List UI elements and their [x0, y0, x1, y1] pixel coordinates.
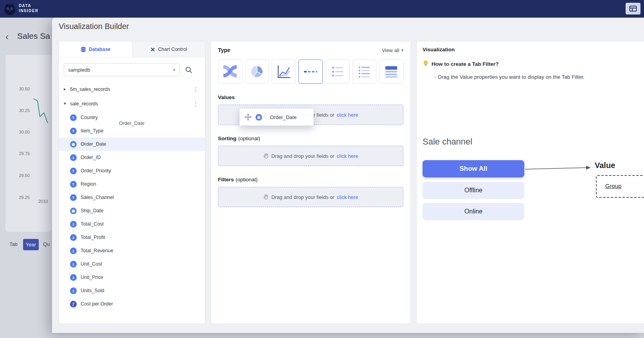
date-field-icon: ▦ — [70, 208, 77, 214]
field-row-order-priority[interactable]: T Order_Priority — [59, 164, 205, 177]
drag-ghost[interactable]: ▦ Order_Date — [239, 108, 314, 126]
field-label: Country — [81, 115, 98, 120]
tip-title: How to create a Tab Filter? — [432, 61, 499, 67]
field-label: Cost per Order — [81, 301, 113, 307]
visualization-title: Visualization — [423, 47, 455, 52]
chevron-down-icon: ▾ — [173, 67, 175, 72]
field-row-units-sold[interactable]: 1 Units_Sold — [59, 284, 205, 297]
sorting-dropzone[interactable]: Drag and drop your fields or click here — [218, 146, 403, 166]
view-all-label: View all — [382, 47, 399, 53]
chart-type-pie[interactable] — [245, 60, 269, 84]
chart-type-list[interactable] — [326, 60, 350, 84]
tree-label: 5m_sales_records — [70, 87, 110, 92]
number-field-icon: 1 — [70, 234, 77, 241]
sankey-chart-icon — [222, 64, 238, 80]
builder-panel: Type View all ▾ — [210, 41, 411, 324]
view-all-button[interactable]: View all ▾ — [382, 47, 403, 53]
field-row-total-cost[interactable]: 1 Total_Cost — [59, 217, 205, 231]
field-row-order-id[interactable]: 1 Order_ID — [59, 151, 205, 164]
click-here-link[interactable]: click here — [337, 194, 358, 200]
database-tree: ▸ 5m_sales_records ⋮ ▾ sale_records ⋮ T … — [59, 82, 205, 311]
date-field-icon: ▦ — [255, 114, 262, 121]
field-row-order-date[interactable]: ▦ Order_Date — [59, 137, 205, 151]
text-field-icon: T — [70, 194, 77, 201]
left-panel-tabbar: Database Chart Control — [59, 42, 205, 58]
chart-type-sankey[interactable] — [218, 60, 242, 84]
date-field-icon: ▦ — [70, 141, 77, 148]
field-label: Total_Revenue — [81, 248, 113, 253]
field-row-item-type[interactable]: T Item_Type — [59, 124, 205, 137]
wrench-icon — [150, 47, 155, 52]
drag-source-label: Order_Date — [119, 121, 144, 126]
filter-button-offline[interactable]: Offline — [423, 182, 524, 199]
click-here-link[interactable]: click here — [337, 112, 358, 118]
tab-database[interactable]: Database — [59, 42, 132, 57]
drag-ghost-label: Order_Date — [270, 114, 297, 120]
click-here-link[interactable]: click here — [337, 153, 358, 159]
chart-type-bullet-list[interactable] — [353, 60, 377, 84]
annotation-group-link[interactable]: Group — [605, 183, 622, 189]
line-chart-icon — [276, 64, 291, 80]
kebab-menu-icon[interactable]: ⋮ — [191, 86, 200, 93]
database-select[interactable]: sampledb ▾ — [64, 63, 180, 76]
database-select-value: sampledb — [68, 67, 90, 73]
field-label: Total_Cost — [81, 221, 104, 227]
app-topbar: DATA INSIDER — [0, 0, 644, 18]
optional-label: (optional) — [238, 136, 260, 141]
search-icon[interactable] — [185, 66, 192, 74]
text-field-icon: T — [70, 128, 77, 134]
chart-type-row — [218, 60, 403, 84]
field-label: Order_Priority — [81, 168, 111, 174]
field-row-total-revenue[interactable]: 1 Total_Revenue — [59, 244, 205, 257]
chevron-down-icon: ▾ — [401, 48, 403, 53]
drag-hand-icon — [263, 153, 269, 159]
preview-chart-title: Sale channel — [423, 137, 472, 147]
filters-section-title: Filters — [218, 177, 234, 183]
tree-item-sale-records[interactable]: ▾ sale_records ⋮ — [59, 96, 205, 111]
table-grid-icon — [629, 5, 637, 12]
field-row-cost-per-order[interactable]: ƒ Cost per Order — [59, 297, 205, 311]
tree-label: sale_records — [70, 101, 98, 107]
caret-down-icon[interactable]: ▾ — [64, 101, 70, 106]
field-label: Unit_Cost — [81, 261, 102, 267]
text-field-icon: T — [70, 114, 77, 121]
list-icon — [330, 64, 345, 80]
chart-type-line[interactable] — [272, 60, 296, 84]
sorting-section-title: Sorting — [218, 136, 236, 141]
annotation-arrow — [524, 162, 595, 173]
number-field-icon: 1 — [70, 287, 77, 294]
kebab-menu-icon[interactable]: ⋮ — [191, 100, 200, 107]
field-label: Units_Sold — [81, 288, 104, 293]
layout-grid-button[interactable] — [626, 3, 640, 14]
dropzone-hint: Drag and drop your fields or — [271, 153, 334, 159]
filters-dropzone[interactable]: Drag and drop your fields or click here — [218, 187, 403, 207]
values-dropzone[interactable]: Drag and drop your fields or click here … — [218, 105, 403, 125]
annotation-dashed-box: Group — [596, 175, 644, 198]
database-panel: Database Chart Control sampledb ▾ — [59, 41, 205, 324]
field-row-unit-price[interactable]: 1 Unit_Price — [59, 271, 205, 284]
field-label: Item_Type — [81, 128, 103, 134]
pie-chart-icon — [249, 64, 265, 80]
tab-chart-control[interactable]: Chart Control — [132, 42, 205, 57]
field-label: Sales_Channel — [81, 195, 114, 200]
field-row-total-profit[interactable]: 1 Total_Profit — [59, 231, 205, 244]
tip-body: - Drag the Value properties you want to … — [435, 74, 585, 80]
optional-label: (optional) — [236, 177, 257, 183]
database-icon — [81, 47, 86, 52]
formula-field-icon: ƒ — [70, 301, 77, 307]
chart-type-table[interactable] — [379, 60, 403, 84]
field-row-region[interactable]: T Region — [59, 177, 205, 191]
visualization-panel: Visualization How to create a Tab Filter… — [416, 41, 644, 324]
annotation-heading: Value — [595, 161, 615, 170]
field-row-unit-cost[interactable]: 1 Unit_Cost — [59, 257, 205, 271]
chart-type-tab-filter[interactable] — [299, 60, 323, 84]
field-row-sales-channel[interactable]: T Sales_Channel — [59, 191, 205, 204]
filter-button-online[interactable]: Online — [423, 203, 524, 220]
bullet-list-icon — [356, 64, 372, 80]
table-icon — [383, 64, 399, 80]
owl-logo-icon — [3, 2, 17, 16]
caret-right-icon[interactable]: ▸ — [64, 87, 70, 92]
field-row-ship-date[interactable]: ▦ Ship_Date — [59, 204, 205, 217]
tree-item-5m-sales-records[interactable]: ▸ 5m_sales_records ⋮ — [59, 82, 205, 96]
filter-button-show-all[interactable]: Show All — [423, 160, 524, 177]
